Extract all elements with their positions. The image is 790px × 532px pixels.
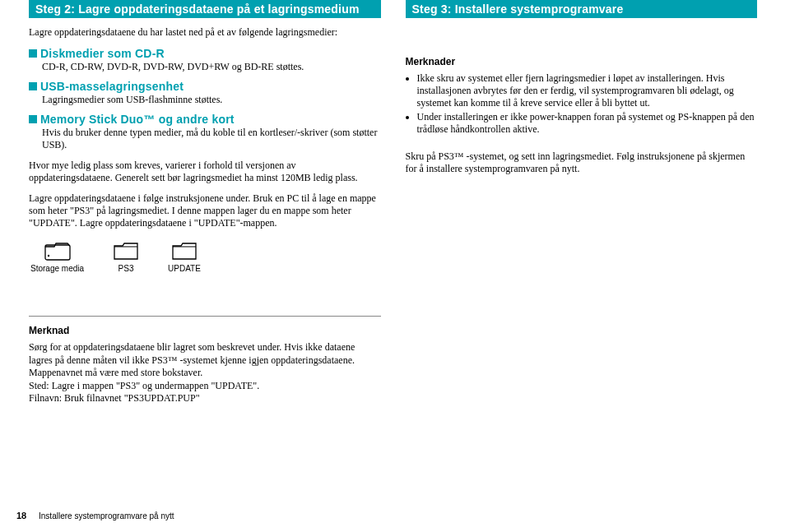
step2-header: Steg 2: Lagre oppdateringsdataene på et … [29, 0, 381, 18]
step3-paragraph: Skru på PS3™ -systemet, og sett inn lagr… [406, 150, 758, 175]
item-head-disk: Diskmedier som CD-R [29, 47, 381, 60]
merknad-line-sted: Sted: Lagre i mappen "PS3" og undermappe… [29, 380, 381, 393]
folder-storage: Storage media [30, 241, 84, 273]
merknad-heading: Merknad [29, 325, 381, 336]
page-number: 18 [16, 511, 26, 520]
instructions-paragraph: Lagre oppdateringsdataene i følge instru… [29, 192, 381, 229]
folder-icon [113, 241, 139, 261]
space-paragraph: Hvor mye ledig plass som kreves, variere… [29, 160, 381, 184]
item-desc-disk: CD-R, CD-RW, DVD-R, DVD-RW, DVD+RW og BD… [42, 61, 381, 73]
merknader-list: Ikke skru av systemet eller fjern lagrin… [406, 72, 758, 136]
item-head-label: USB-masselagringsenhet [40, 80, 184, 93]
folder-ps3: PS3 [113, 241, 139, 273]
folder-icon [171, 241, 198, 261]
folder-label: UPDATE [168, 264, 201, 273]
folder-label: PS3 [118, 264, 134, 273]
item-head-ms: Memory Stick Duo™ og andre kort [29, 113, 381, 126]
folder-label: Storage media [30, 264, 84, 273]
item-desc-usb: Lagringsmedier som USB-flashminne støtte… [42, 94, 381, 106]
merknad-body: Sørg for at oppdateringsdataene blir lag… [29, 341, 381, 380]
item-head-label: Memory Stick Duo™ og andre kort [40, 113, 235, 126]
list-item: Under installeringen er ikke power-knapp… [417, 111, 758, 136]
divider [29, 316, 381, 317]
square-bullet-icon [29, 82, 37, 90]
square-bullet-icon [29, 115, 37, 123]
footer-title: Installere systemprogramvare på nytt [39, 511, 174, 520]
svg-rect-0 [45, 245, 70, 260]
item-head-usb: USB-masselagringsenhet [29, 80, 381, 93]
storage-media-icon [44, 241, 71, 261]
square-bullet-icon [29, 49, 37, 58]
item-head-label: Diskmedier som CD-R [40, 47, 165, 60]
step3-header: Steg 3: Installere systemprogramvare [406, 0, 758, 18]
folder-diagram: Storage media PS3 UPDATE [30, 241, 381, 273]
folder-update: UPDATE [168, 241, 201, 273]
list-item: Ikke skru av systemet eller fjern lagrin… [417, 72, 758, 109]
merknader-heading: Merknader [406, 56, 758, 67]
step2-intro: Lagre oppdateringsdataene du har lastet … [29, 26, 381, 39]
item-desc-ms: Hvis du bruker denne typen medier, må du… [42, 127, 381, 151]
page-footer: 18 Installere systemprogramvare på nytt [16, 511, 174, 520]
merknad-line-filnavn: Filnavn: Bruk filnavnet "PS3UPDAT.PUP" [29, 392, 381, 405]
svg-point-1 [47, 255, 49, 257]
